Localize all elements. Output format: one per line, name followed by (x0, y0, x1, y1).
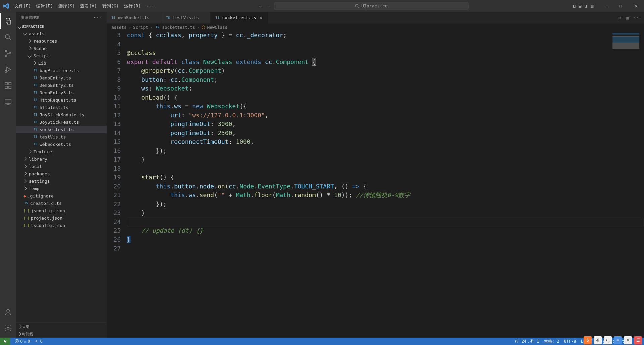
svg-line-3 (9, 38, 11, 40)
tree-label: packages (29, 171, 50, 176)
tree-item-library[interactable]: library (16, 155, 107, 163)
tab-testVis.ts[interactable]: TStestVis.ts✕ (161, 12, 211, 23)
outline-section[interactable]: 大纲 (16, 323, 107, 330)
accounts-icon[interactable] (0, 304, 16, 320)
menu-运行(R)[interactable]: 运行(R) (121, 0, 143, 12)
menu-选择(S)[interactable]: 选择(S) (56, 0, 77, 12)
toggle-primary-sidebar-icon[interactable]: ◧ (571, 2, 577, 10)
tree-label: JoyStickModule.ts (40, 112, 84, 117)
svg-line-1 (358, 7, 359, 8)
window-close-icon[interactable]: ✕ (629, 0, 644, 12)
ts-file-icon: TS (215, 16, 220, 19)
ime-settings-icon[interactable]: ☰ (634, 336, 642, 344)
code-editor[interactable]: 3456789101112131415161718192021222324252… (107, 31, 644, 338)
settings-gear-icon[interactable] (0, 320, 16, 336)
tree-item-Texture[interactable]: Texture (16, 148, 107, 155)
problems-indicator[interactable]: ⓧ0 ⚠0 (15, 339, 30, 344)
window-minimize-icon[interactable]: ─ (598, 0, 613, 12)
indentation[interactable]: 空格: 2 (544, 339, 559, 344)
toggle-panel-icon[interactable]: ⬓ (577, 2, 583, 10)
tree-item-local[interactable]: local (16, 163, 107, 170)
tree-item-HttpRequest.ts[interactable]: TSHttpRequest.ts (16, 96, 107, 104)
tree-item-Lib[interactable]: Lib (16, 59, 107, 67)
window-maximize-icon[interactable]: ☐ (613, 0, 629, 12)
encoding[interactable]: UTF-8 (564, 339, 576, 344)
tree-item-jsconfig.json[interactable]: { }jsconfig.json (16, 207, 107, 214)
tree-item-DemoEntry3.ts[interactable]: TSDemoEntry3.ts (16, 89, 107, 96)
breadcrumbs[interactable]: assets›Script›TSsockettest.ts›⬡NewClass (107, 23, 644, 31)
search-icon[interactable] (0, 29, 16, 45)
run-debug-icon[interactable] (0, 61, 16, 77)
ime-brand[interactable]: S (584, 336, 592, 344)
tree-item-JoyStickModule.ts[interactable]: TSJoyStickModule.ts (16, 111, 107, 118)
tree-item-JoyStickTest.ts[interactable]: TSJoyStickTest.ts (16, 118, 107, 126)
tree-label: Scene (34, 46, 47, 51)
tree-item-testVis.ts[interactable]: TStestVis.ts (16, 133, 107, 140)
menu-编辑(E)[interactable]: 编辑(E) (34, 0, 55, 12)
split-editor-icon[interactable]: ◫ (626, 15, 629, 20)
minimap[interactable] (612, 33, 639, 49)
breadcrumb-item[interactable]: NewClass (207, 25, 227, 30)
json-file-icon: { } (23, 216, 30, 220)
svg-rect-11 (9, 86, 11, 89)
chevron-icon (23, 186, 26, 190)
run-code-icon[interactable]: ▷ (619, 15, 622, 20)
nav-back-icon[interactable]: ← (259, 3, 262, 8)
ime-emoji-icon[interactable]: ☻ (624, 336, 632, 344)
tab-webSocket.ts[interactable]: TSwebSocket.ts✕ (107, 12, 161, 23)
breadcrumb-item[interactable]: sockettest.ts (162, 25, 195, 30)
cursor-position[interactable]: 行 24，列 1 (515, 339, 539, 344)
tree-item-bagPractiece.ts[interactable]: TSbagPractiece.ts (16, 67, 107, 74)
tree-item-httpTest.ts[interactable]: TShttpTest.ts (16, 104, 107, 111)
tree-item-assets[interactable]: assets (16, 30, 107, 37)
tab-sockettest.ts[interactable]: TSsockettest.ts✕ (211, 12, 268, 23)
explorer-icon[interactable] (0, 13, 16, 29)
tree-item-resources[interactable]: resources (16, 37, 107, 45)
toggle-secondary-sidebar-icon[interactable]: ◨ (583, 2, 589, 10)
breadcrumb-item[interactable]: Script (133, 25, 148, 30)
menu-查看(V)[interactable]: 查看(V) (77, 0, 99, 12)
tree-item-creator.d.ts[interactable]: TScreator.d.ts (16, 199, 107, 207)
tree-item-.gitignore[interactable]: ◆.gitignore (16, 192, 107, 199)
extensions-icon[interactable] (0, 77, 16, 94)
tree-item-project.json[interactable]: { }project.json (16, 214, 107, 222)
tree-item-temp[interactable]: temp (16, 185, 107, 192)
nav-forward-icon[interactable]: → (268, 3, 271, 8)
ts-file-icon: TS (33, 128, 38, 131)
tab-label: sockettest.ts (222, 15, 256, 20)
tree-label: bagPractiece.ts (40, 68, 79, 73)
tab-close-icon[interactable]: ✕ (258, 15, 264, 20)
menu-···[interactable]: ··· (144, 0, 157, 12)
ime-punct-icon[interactable]: •, (604, 336, 612, 344)
more-actions-icon[interactable]: ··· (634, 15, 641, 20)
customize-layout-icon[interactable]: ▥ (589, 2, 595, 10)
source-control-icon[interactable] (0, 45, 16, 61)
tree-item-settings[interactable]: settings (16, 177, 107, 185)
svg-point-4 (5, 50, 7, 52)
command-center-search[interactable]: UIpractice (274, 2, 469, 10)
ime-lang[interactable]: 英 (594, 336, 602, 344)
tree-item-DemoEntry2.ts[interactable]: TSDemoEntry2.ts (16, 81, 107, 89)
tree-item-packages[interactable]: packages (16, 170, 107, 177)
code-content[interactable]: const { ccclass, property } = cc._decora… (127, 31, 644, 338)
tree-label: Texture (34, 149, 52, 154)
ime-keyboard-icon[interactable]: ⌨ (614, 336, 622, 344)
ports-indicator[interactable]: ᯤ0 (35, 339, 43, 344)
project-root[interactable]: UIPRACTICE (16, 23, 107, 30)
tree-item-Scene[interactable]: Scene (16, 45, 107, 52)
tab-label: webSocket.ts (118, 15, 150, 20)
body: 资源管理器 ··· UIPRACTICE assetsresourcesScen… (0, 12, 644, 338)
menu-文件(F)[interactable]: 文件(F) (12, 0, 34, 12)
tree-item-sockettest.ts[interactable]: TSsockettest.ts (16, 126, 107, 133)
remote-indicator[interactable] (0, 338, 10, 345)
tree-item-Script[interactable]: Script (16, 52, 107, 59)
tree-item-DemoEntry.ts[interactable]: TSDemoEntry.ts (16, 74, 107, 81)
breadcrumb-item[interactable]: assets (111, 25, 126, 30)
sidebar-more-icon[interactable]: ··· (93, 15, 102, 20)
remote-explorer-icon[interactable] (0, 94, 16, 110)
menu-转到(G)[interactable]: 转到(G) (100, 0, 121, 12)
ts-file-icon: TS (33, 76, 38, 79)
tree-item-webSocket.ts[interactable]: TSwebSocket.ts (16, 140, 107, 148)
tree-item-tsconfig.json[interactable]: { }tsconfig.json (16, 222, 107, 229)
timeline-section[interactable]: 时间线 (16, 330, 107, 338)
